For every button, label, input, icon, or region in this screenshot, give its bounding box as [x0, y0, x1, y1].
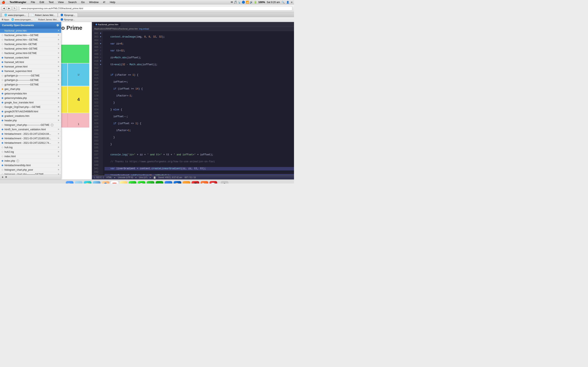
- close-btn-11[interactable]: ✕: [58, 79, 60, 81]
- panel-item-23[interactable]: htmlattachment - 2021-03-24T123424.84...…: [0, 132, 61, 136]
- panel-item-24[interactable]: htmlattachment - 2021-03-24T131603.00...…: [0, 136, 61, 141]
- tab-0[interactable]: 🌐 www.rjmprogam...: [2, 13, 29, 17]
- panel-item-32[interactable]: histogram_chart.php----------GETME ✕: [0, 172, 61, 175]
- forward-button[interactable]: ▶: [7, 6, 11, 11]
- panel-list[interactable]: fractional_prime.htm ✕ fractional_prime.…: [0, 29, 61, 175]
- panel-item-7[interactable]: frameset_left.html ✕: [0, 60, 61, 64]
- dock-maps[interactable]: 🗺: [129, 181, 136, 184]
- close-btn-23[interactable]: ✕: [58, 133, 60, 135]
- close-btn-17[interactable]: ✕: [58, 106, 60, 108]
- close-btn-22[interactable]: ✕: [58, 128, 60, 131]
- close-btn-8[interactable]: ✕: [58, 66, 60, 68]
- dock-calendar[interactable]: 📅: [111, 181, 118, 184]
- bookmark-apps[interactable]: ⊞ Apps: [2, 18, 9, 21]
- panel-item-26[interactable]: huh.log ✕: [0, 145, 61, 150]
- panel-item-15[interactable]: getacronymdata.php ✕: [0, 96, 61, 100]
- panel-item-6[interactable]: frameset_content.html ✕: [0, 55, 61, 60]
- dock-launchpad[interactable]: ⊞: [75, 181, 82, 184]
- panel-item-5[interactable]: fractional_prime.html-GETME ✕: [0, 51, 61, 55]
- panel-bottom-settings[interactable]: ⚙: [5, 176, 7, 178]
- panel-item-19[interactable]: gradient_creations.htm ✕: [0, 114, 61, 118]
- dock-facetime[interactable]: 📹: [147, 181, 154, 184]
- menu-edit[interactable]: Edit: [39, 1, 45, 4]
- panel-item-8[interactable]: frameset_primer.html ✕: [0, 64, 61, 69]
- menu-user-icon[interactable]: 👤: [286, 1, 289, 4]
- panel-item-12[interactable]: gchartgen.js---------------GETME ✕: [0, 82, 61, 87]
- close-btn-circle-29[interactable]: ✕: [16, 159, 19, 162]
- code-content[interactable]: context.drawImage(img, 0, 0, 32, 32); va…: [103, 31, 294, 175]
- dock-photoshop[interactable]: 🎨: [173, 181, 181, 184]
- menu-help[interactable]: Help: [109, 1, 116, 4]
- panel-item-0[interactable]: fractional_prime.htm ✕: [0, 29, 61, 33]
- close-btn-27[interactable]: ✕: [58, 151, 60, 153]
- close-btn-30[interactable]: ✕: [58, 164, 60, 166]
- close-btn-10[interactable]: ✕: [58, 75, 60, 77]
- panel-item-2[interactable]: fractional_prime.htm---GETME ✕: [0, 38, 61, 42]
- menu-file[interactable]: File: [30, 1, 36, 4]
- dock-finder[interactable]: 🔍: [66, 181, 73, 184]
- apple-menu[interactable]: 🍎: [2, 1, 5, 4]
- close-btn-25[interactable]: ✕: [58, 142, 60, 144]
- panel-item-14[interactable]: getacronymdata.htm ✕: [0, 91, 61, 96]
- panel-item-13[interactable]: geo_chart.php ✕: [0, 87, 61, 91]
- tab-2[interactable]: 🔵 Rjmprogr...: [58, 13, 78, 17]
- menu-search[interactable]: Search: [67, 1, 77, 4]
- close-btn-24[interactable]: ✕: [58, 137, 60, 140]
- reload-button[interactable]: ↻: [12, 6, 17, 11]
- panel-item-10[interactable]: gchartgen.js----------------GETME ✕: [0, 73, 61, 78]
- panel-add-button[interactable]: +: [2, 175, 3, 179]
- close-btn-2[interactable]: ✕: [58, 39, 60, 41]
- code-tab-active[interactable]: fractional_prime.htm: [94, 23, 121, 26]
- dock-messages[interactable]: 💬: [138, 181, 145, 184]
- close-btn-15[interactable]: ✕: [58, 97, 60, 99]
- close-btn-0[interactable]: ✕: [58, 30, 60, 32]
- close-btn-13[interactable]: ✕: [58, 88, 60, 90]
- panel-item-1[interactable]: fractional_prime.htm----GETME ✕: [0, 33, 61, 38]
- dock-safari[interactable]: 🧭: [84, 181, 91, 184]
- close-btn-7[interactable]: ✕: [58, 61, 60, 63]
- close-btn-26[interactable]: ✕: [58, 146, 60, 149]
- panel-item-30[interactable]: htmlattachmenthttp.html ✕: [0, 163, 61, 167]
- menu-search-icon[interactable]: 🔍: [282, 1, 285, 4]
- close-btn-6[interactable]: ✕: [58, 57, 60, 59]
- close-btn-12[interactable]: ✕: [58, 83, 60, 86]
- menu-textwrangler[interactable]: TextWrangler: [9, 1, 27, 4]
- close-btn-28[interactable]: ✕: [58, 155, 60, 157]
- close-btn-18[interactable]: ✕: [58, 110, 60, 113]
- close-btn-1[interactable]: ✕: [58, 34, 60, 36]
- dock-trash[interactable]: 🗑: [221, 181, 228, 184]
- bookmark-rjm2[interactable]: 🔵 Rjmprogr...: [61, 18, 75, 21]
- bookmark-rjm[interactable]: 🌐 www.rjmprogam...: [11, 18, 33, 21]
- dock-acrobat[interactable]: 📄: [209, 181, 217, 184]
- panel-item-16[interactable]: google_four_translate.html ✕: [0, 100, 61, 105]
- menu-list-icon[interactable]: ≡: [291, 1, 292, 4]
- panel-item-27[interactable]: huh2.log ✕: [0, 150, 61, 154]
- panel-item-18[interactable]: google26787c4d15468bf9.html ✕: [0, 109, 61, 114]
- back-button[interactable]: ◀: [2, 6, 6, 11]
- close-btn-16[interactable]: ✕: [58, 101, 60, 104]
- panel-item-20[interactable]: header.php ✕: [0, 118, 61, 123]
- code-area[interactable]: 302303304305306 307308309310311 31231331…: [92, 31, 294, 175]
- close-btn-31[interactable]: ✕: [58, 169, 60, 171]
- close-btn-32[interactable]: ✕: [58, 173, 60, 175]
- dock-spotify[interactable]: 🎵: [156, 181, 163, 184]
- dock-vscode[interactable]: 💻: [164, 181, 172, 184]
- close-btn-5[interactable]: ✕: [58, 52, 60, 54]
- menu-text[interactable]: Text: [48, 1, 54, 4]
- tab-1[interactable]: 📄 Robert James Met...: [29, 13, 58, 17]
- bookmark-robert[interactable]: 📄 Robert James Met...: [35, 18, 58, 21]
- panel-item-9[interactable]: frameset_supervisor.html ✕: [0, 69, 61, 73]
- dock-photos[interactable]: 📷: [120, 181, 127, 184]
- menu-hash[interactable]: #!: [102, 1, 106, 4]
- panel-item-17[interactable]: Google_OrgChart.php----GETME ✕: [0, 105, 61, 109]
- dock-transmit[interactable]: 📡: [200, 181, 208, 184]
- panel-item-11[interactable]: gchartgen.js---------------GETME ✕: [0, 78, 61, 82]
- close-btn-20[interactable]: ✕: [58, 119, 60, 122]
- panel-item-3[interactable]: fractional_prime.htm--GETME ✕: [0, 42, 61, 47]
- url-bar[interactable]: [20, 6, 292, 11]
- panel-item-4[interactable]: fractional_prime.html--GETME ✕: [0, 47, 61, 51]
- close-btn-19[interactable]: ✕: [58, 115, 60, 117]
- panel-item-31[interactable]: histogram_chart.php_poor ✕: [0, 167, 61, 172]
- close-btn-14[interactable]: ✕: [58, 92, 60, 95]
- panel-item-22[interactable]: html5_form_constraint_validation.html ✕: [0, 127, 61, 132]
